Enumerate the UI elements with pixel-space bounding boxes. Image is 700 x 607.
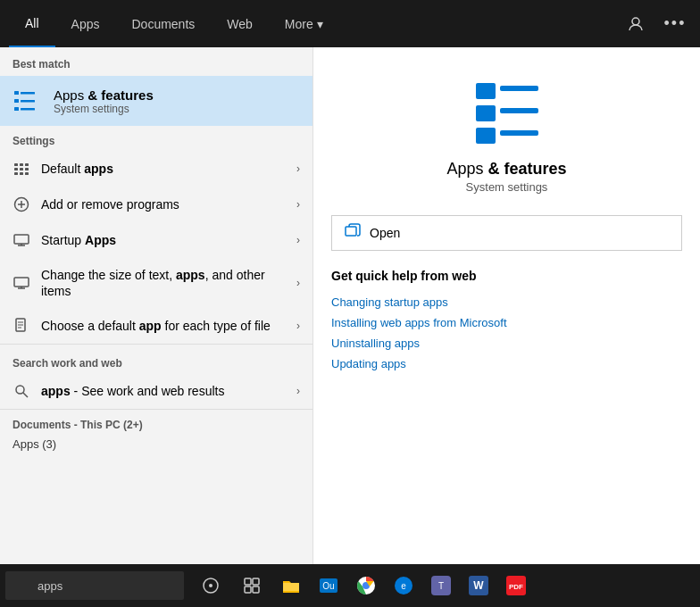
chevron-right-icon-5: › xyxy=(296,320,300,332)
chevron-right-icon-6: › xyxy=(296,385,300,397)
svg-rect-14 xyxy=(20,172,23,175)
app-title: Apps & features xyxy=(446,160,566,179)
quick-help-link-2[interactable]: Installing web apps from Microsoft xyxy=(331,312,682,333)
search-web-suffix: - See work and web results xyxy=(71,384,225,398)
svg-text:e: e xyxy=(401,581,406,591)
svg-rect-3 xyxy=(14,99,19,103)
best-match-title: Apps & features xyxy=(54,87,300,103)
top-nav: All Apps Documents Web More ▾ ••• xyxy=(0,0,700,47)
svg-rect-5 xyxy=(14,107,19,111)
left-panel: Best match Apps & features System settin… xyxy=(0,47,312,589)
menu-item-startup-apps-text: Startup Apps xyxy=(41,232,286,248)
nav-actions: ••• xyxy=(620,8,691,40)
svg-rect-8 xyxy=(20,163,23,166)
svg-text:W: W xyxy=(473,579,484,592)
svg-rect-6 xyxy=(21,108,35,111)
tab-web-label: Web xyxy=(227,17,253,31)
svg-rect-43 xyxy=(253,578,259,585)
search-web-text: apps - See work and web results xyxy=(41,383,286,399)
quick-help-link-4[interactable]: Updating apps xyxy=(331,353,682,374)
svg-rect-7 xyxy=(14,163,18,166)
svg-line-30 xyxy=(23,393,28,397)
change-size-icon xyxy=(12,274,30,292)
chevron-right-icon: › xyxy=(296,162,300,175)
svg-rect-44 xyxy=(245,586,251,593)
quick-help-title: Get quick help from web xyxy=(331,269,682,283)
chevron-right-icon-4: › xyxy=(296,277,300,289)
tab-documents-label: Documents xyxy=(131,17,195,31)
ellipsis-icon-btn[interactable]: ••• xyxy=(659,8,691,40)
docs-item: Apps (3) xyxy=(12,435,300,453)
svg-text:Ou: Ou xyxy=(322,581,334,591)
open-button[interactable]: Open xyxy=(331,215,682,251)
menu-item-default-apps[interactable]: Default apps › xyxy=(0,151,312,187)
search-web-label: Search work and web xyxy=(0,348,312,373)
taskbar-edge[interactable]: e xyxy=(386,566,421,605)
svg-rect-35 xyxy=(476,128,496,144)
startup-apps-icon xyxy=(12,231,30,249)
chevron-down-icon: ▾ xyxy=(317,17,323,31)
tab-apps[interactable]: Apps xyxy=(55,0,116,47)
svg-rect-10 xyxy=(14,168,18,170)
svg-rect-15 xyxy=(25,172,29,175)
open-label: Open xyxy=(370,226,400,240)
taskbar-teams[interactable]: T xyxy=(423,566,459,605)
svg-rect-11 xyxy=(20,168,23,170)
menu-item-startup-apps[interactable]: Startup Apps › xyxy=(0,222,312,258)
taskbar-pdf[interactable]: PDF xyxy=(498,566,534,605)
menu-item-add-remove-text: Add or remove programs xyxy=(41,196,286,212)
quick-help-link-3[interactable]: Uninstalling apps xyxy=(331,333,682,353)
svg-rect-42 xyxy=(245,578,251,585)
quick-help-link-1[interactable]: Changing startup apps xyxy=(331,292,682,312)
svg-point-29 xyxy=(16,386,24,394)
user-icon-btn[interactable] xyxy=(620,8,652,40)
svg-rect-2 xyxy=(21,92,35,95)
documents-section: Documents - This PC (2+) Apps (3) xyxy=(0,409,312,459)
search-web-item[interactable]: apps - See work and web results › xyxy=(0,373,312,409)
search-web-icon xyxy=(12,382,30,400)
menu-item-change-size[interactable]: Change the size of text, apps, and other… xyxy=(0,258,312,308)
taskbar-windows-btn[interactable] xyxy=(191,566,230,605)
taskbar-chrome[interactable] xyxy=(348,566,384,605)
main-area: Best match Apps & features System settin… xyxy=(0,47,700,589)
tab-more[interactable]: More ▾ xyxy=(269,0,339,47)
tab-web[interactable]: Web xyxy=(211,0,269,47)
taskbar-search-input[interactable] xyxy=(5,571,184,600)
menu-item-add-remove[interactable]: Add or remove programs › xyxy=(0,187,312,222)
tab-all[interactable]: All xyxy=(9,0,55,47)
app-subtitle: System settings xyxy=(466,180,548,194)
default-apps-icon xyxy=(12,160,30,178)
chevron-right-icon-2: › xyxy=(296,198,300,211)
taskbar-file-explorer[interactable] xyxy=(273,566,309,605)
apps-features-icon xyxy=(12,87,41,115)
menu-item-default-type[interactable]: Choose a default app for each type of fi… xyxy=(0,308,312,344)
tab-apps-label: Apps xyxy=(71,17,100,31)
svg-rect-1 xyxy=(14,91,19,95)
taskbar: Ou e T W PDF xyxy=(0,564,700,607)
svg-rect-45 xyxy=(253,586,259,593)
taskbar-task-view-btn[interactable] xyxy=(232,566,271,605)
documents-label: Documents - This PC (2+) xyxy=(12,415,300,435)
right-panel: Apps & features System settings Open Get… xyxy=(312,47,700,589)
svg-rect-19 xyxy=(14,235,29,244)
svg-rect-31 xyxy=(476,83,496,99)
taskbar-word[interactable]: W xyxy=(461,566,496,605)
menu-item-change-size-text: Change the size of text, apps, and other… xyxy=(41,267,286,299)
taskbar-outlook[interactable]: Ou xyxy=(311,566,346,605)
menu-item-default-apps-text: Default apps xyxy=(41,161,286,177)
add-remove-icon xyxy=(12,195,30,213)
best-match-text: Apps & features System settings xyxy=(54,87,300,115)
svg-rect-34 xyxy=(500,108,538,113)
svg-rect-33 xyxy=(476,105,496,121)
svg-rect-37 xyxy=(346,227,356,236)
best-match-item[interactable]: Apps & features System settings xyxy=(0,76,312,126)
app-icon xyxy=(471,74,543,146)
settings-label: Settings xyxy=(0,126,312,151)
best-match-label: Best match xyxy=(0,47,312,76)
default-type-icon xyxy=(12,317,30,335)
search-container xyxy=(5,571,184,600)
svg-rect-9 xyxy=(25,163,29,166)
menu-item-default-type-text: Choose a default app for each type of fi… xyxy=(41,318,286,334)
tab-documents[interactable]: Documents xyxy=(115,0,211,47)
best-match-subtitle: System settings xyxy=(54,103,300,115)
